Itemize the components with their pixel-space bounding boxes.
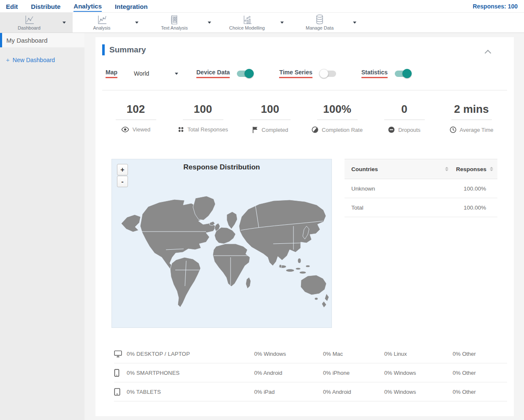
map-region-select[interactable]: World	[134, 70, 178, 77]
eye-icon	[121, 126, 129, 133]
nav-analytics[interactable]: Analytics	[73, 1, 102, 12]
response-distribution-map[interactable]: Response Distribution + -	[111, 159, 332, 328]
flag-icon	[252, 126, 258, 133]
device-value: 0% iPhone	[323, 370, 384, 376]
map-new-zealand	[322, 301, 326, 308]
toggle-knob	[244, 69, 254, 78]
device-data-toggle[interactable]	[237, 71, 253, 77]
stat-label: Average Time	[460, 127, 494, 133]
chevron-down-icon	[175, 73, 178, 75]
stat-underline	[384, 120, 425, 120]
main-content: Summary Map World Device Data Time Serie…	[84, 33, 524, 420]
responses-count: Responses: 100	[472, 3, 518, 10]
stat-value: 0	[371, 103, 438, 116]
toolbar-choice-modelling-label: Choice Modelling	[229, 25, 265, 30]
summary-header: Summary	[102, 37, 507, 55]
stat-viewed: 102 Viewed	[102, 103, 169, 133]
analytics-toolbar: Dashboard Analysis Text Analysis	[0, 13, 524, 33]
map-island	[298, 258, 301, 263]
stat-underline	[250, 120, 291, 120]
accent-bar	[102, 44, 105, 55]
stat-value: 2 mins	[438, 103, 505, 116]
map-madagascar	[246, 277, 251, 289]
chevron-down-icon[interactable]	[62, 22, 66, 24]
toolbar-text-analysis[interactable]: Text Analysis	[145, 13, 218, 33]
nav-integration[interactable]: Integration	[115, 1, 148, 11]
map-island	[296, 268, 301, 270]
new-dashboard-button[interactable]: + New Dashboard	[6, 56, 84, 63]
toggle-knob	[319, 69, 329, 78]
column-header-responses[interactable]: Responses	[456, 166, 486, 172]
nav-edit[interactable]: Edit	[6, 1, 18, 11]
toolbar-analysis[interactable]: Analysis	[73, 13, 145, 33]
map-australia	[301, 275, 326, 295]
document-grid-icon	[170, 15, 179, 25]
map-africa	[213, 244, 250, 286]
table-row: 0% TABLETS 0% iPad 0% Android 0% Windows…	[114, 382, 507, 401]
sort-icon[interactable]	[445, 167, 448, 171]
chevron-down-icon[interactable]	[353, 22, 356, 24]
statistics-toggle[interactable]	[395, 71, 411, 77]
minus-circle-icon	[388, 126, 395, 133]
table-row: 0% DESKTOP / LAPTOP 0% Windows 0% Mac 0%…	[114, 344, 507, 363]
map-region-value: World	[134, 70, 149, 77]
device-value: 0% Linux	[384, 351, 453, 357]
chevron-down-icon[interactable]	[280, 22, 284, 24]
toggle-knob	[402, 69, 412, 78]
stat-completion-rate: 100% Completion Rate	[304, 103, 371, 133]
stat-value: 100	[236, 103, 304, 116]
column-header-countries[interactable]: Countries	[351, 166, 378, 172]
desktop-icon	[114, 350, 122, 357]
nav-distribute[interactable]: Distribute	[31, 1, 60, 11]
map-alaska	[121, 215, 141, 232]
map-zoom-controls: + -	[117, 164, 128, 187]
country-name: Unknown	[351, 185, 375, 192]
sidebar-item-my-dashboard[interactable]: My Dashboard	[0, 33, 84, 47]
zoom-in-button[interactable]: +	[117, 164, 128, 175]
dots-grid-icon	[178, 126, 184, 133]
zoom-out-button[interactable]: -	[117, 176, 128, 187]
device-data-label: Device Data	[196, 69, 230, 78]
world-map[interactable]	[112, 159, 331, 327]
stat-underline	[116, 120, 156, 120]
device-value: 0% Android	[254, 370, 323, 376]
device-value: 0% iPad	[254, 389, 323, 395]
database-icon	[315, 15, 324, 25]
map-sri-lanka	[279, 265, 282, 268]
country-responses: 100.00%	[464, 205, 493, 211]
scatter-chart-icon	[242, 15, 252, 25]
country-name: Total	[351, 205, 364, 211]
stat-underline	[451, 120, 492, 120]
device-value: 0% Android	[323, 389, 384, 395]
table-row: 0% SMARTPHONES 0% Android 0% iPhone 0% W…	[114, 363, 507, 382]
device-value: 0% Other	[453, 370, 507, 376]
contrast-circle-icon	[312, 126, 318, 133]
toolbar-choice-modelling[interactable]: Choice Modelling	[218, 13, 291, 33]
toolbar-manage-data-label: Manage Data	[306, 25, 334, 30]
stat-label: Completed	[262, 127, 288, 133]
device-category-label: 0% DESKTOP / LAPTOP	[127, 351, 254, 357]
dashboard-sidebar: My Dashboard + New Dashboard	[0, 33, 84, 420]
summary-controls: Map World Device Data Time Series Statis…	[102, 68, 507, 79]
toolbar-analysis-label: Analysis	[93, 25, 111, 30]
stat-label: Viewed	[133, 126, 150, 133]
time-series-label: Time Series	[279, 69, 312, 78]
chevron-down-icon[interactable]	[208, 22, 211, 24]
stat-value: 100%	[304, 103, 371, 116]
smartphone-icon	[114, 369, 119, 377]
toolbar-manage-data[interactable]: Manage Data	[291, 13, 363, 33]
chevron-down-icon[interactable]	[135, 22, 138, 24]
map-label: Map	[106, 69, 117, 78]
tablet-icon	[114, 388, 120, 396]
stat-average-time: 2 mins Average Time	[438, 103, 505, 133]
device-value: 0% Other	[453, 351, 507, 357]
table-row: Total 100.00%	[345, 198, 497, 217]
sort-icon[interactable]	[490, 167, 493, 171]
map-south-america	[170, 257, 201, 307]
device-value: 0% Mac	[323, 351, 384, 357]
summary-card: Summary Map World Device Data Time Serie…	[95, 37, 514, 416]
time-series-toggle[interactable]	[320, 71, 336, 77]
active-indicator-bar	[0, 33, 2, 47]
stat-completed: 100 Completed	[236, 103, 304, 133]
toolbar-dashboard[interactable]: Dashboard	[0, 13, 73, 33]
